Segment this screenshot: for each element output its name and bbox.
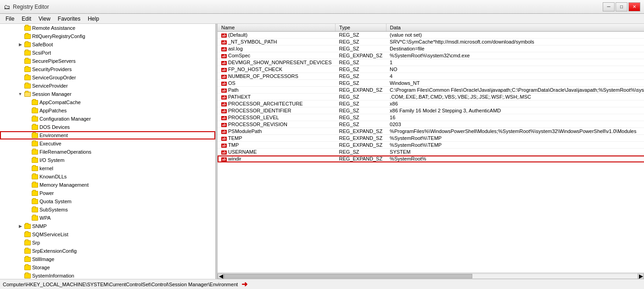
tree-toggle: [24, 99, 31, 106]
tree-item-sqmsvclist[interactable]: SQMServiceList: [0, 230, 215, 239]
table-row[interactable]: abPROCESSOR_ARCHITECTUREREG_SZx86: [218, 100, 644, 107]
folder-icon: [24, 50, 31, 56]
tree-panel[interactable]: Remote Assistance RtlQueryRegistryConfig…: [0, 24, 216, 279]
cell-type: REG_EXPAND_SZ: [336, 135, 386, 142]
tree-toggle: [17, 256, 24, 263]
tree-toggle: [24, 173, 31, 180]
menu-favorites[interactable]: Favorites: [54, 15, 84, 23]
tree-toggle-collapse[interactable]: ▼: [17, 90, 24, 98]
maximize-button[interactable]: □: [616, 2, 627, 11]
tree-item-subsystems[interactable]: SubSystems: [0, 206, 215, 214]
tree-item-securepipe[interactable]: SecurePipeServers: [0, 57, 215, 65]
h-scrollbar[interactable]: ◀ ▶: [218, 272, 644, 279]
tree-item-svcgroup[interactable]: ServiceGroupOrder: [0, 73, 215, 82]
registry-table-container[interactable]: Name Type Data ab(Default)REG_SZ(value n…: [218, 24, 644, 272]
tree-item-storage[interactable]: Storage: [0, 263, 215, 272]
cell-name: abOS: [218, 80, 336, 87]
tree-item-quota[interactable]: Quota System: [0, 197, 215, 206]
tree-item-configmgr[interactable]: Configuration Manager: [0, 115, 215, 123]
tree-item-power[interactable]: Power: [0, 189, 215, 197]
tree-item-appcompat[interactable]: AppCompatCache: [0, 98, 215, 106]
folder-icon: [24, 272, 31, 279]
tree-label: Storage: [32, 265, 50, 270]
tree-item-session-manager[interactable]: ▼ Session Manager: [0, 90, 215, 98]
cell-name: abNUMBER_OF_PROCESSORS: [218, 73, 336, 80]
tree-item-snmp[interactable]: ▶ SNMP: [0, 222, 215, 230]
tree-label: KnownDLLs: [39, 174, 67, 179]
h-scroll-thumb[interactable]: [224, 274, 472, 278]
table-row[interactable]: abNUMBER_OF_PROCESSORSREG_SZ4: [218, 73, 644, 80]
col-type: Type: [336, 24, 386, 32]
table-row[interactable]: ab_NT_SYMBOL_PATHREG_SZSRV*C:\SymCache*h…: [218, 39, 644, 45]
folder-icon: [31, 206, 39, 213]
cell-data: Windows_NT: [386, 80, 644, 87]
tree-toggle-expand[interactable]: ▶: [17, 41, 24, 48]
tree-toggle: [24, 165, 31, 172]
h-scroll-track[interactable]: [224, 273, 638, 279]
tree-item-scsiport[interactable]: ScsiPort: [0, 49, 215, 57]
table-row[interactable]: abPROCESSOR_LEVELREG_SZ16: [218, 114, 644, 121]
tree-toggle-expand[interactable]: ▶: [17, 222, 24, 230]
tree-item-filerename[interactable]: FileRenameOperations: [0, 148, 215, 156]
menu-file[interactable]: File: [2, 15, 18, 23]
tree-item-srpextconfig[interactable]: SrpExtensionConfig: [0, 247, 215, 255]
tree-item-knowndlls[interactable]: KnownDLLs: [0, 172, 215, 181]
tree-label: Environment: [39, 133, 68, 138]
scroll-left-btn[interactable]: ◀: [218, 273, 224, 279]
folder-icon: [31, 132, 39, 139]
folder-icon: [24, 58, 31, 64]
tree-item-memorymgmt[interactable]: Memory Management: [0, 181, 215, 189]
tree-item-environment[interactable]: Environment: [0, 131, 215, 139]
tree-item-sysinfo[interactable]: SystemInformation: [0, 272, 215, 279]
table-row[interactable]: abComSpecREG_EXPAND_SZ%SystemRoot%\syste…: [218, 52, 644, 59]
tree-toggle: [17, 247, 24, 255]
tree-toggle: [24, 206, 31, 213]
folder-icon: [24, 83, 31, 89]
tree-item-remote-assistance[interactable]: Remote Assistance: [0, 24, 215, 32]
table-row[interactable]: abPathREG_EXPAND_SZC:\Program Files\Comm…: [218, 87, 644, 94]
tree-item-iosystem[interactable]: I/O System: [0, 156, 215, 164]
tree-toggle: [17, 239, 24, 246]
tree-item-dosdevices[interactable]: DOS Devices: [0, 123, 215, 131]
tree-item-stillimage[interactable]: StillImage: [0, 255, 215, 263]
table-row[interactable]: abPROCESSOR_REVISIONREG_SZ0203: [218, 121, 644, 128]
table-row[interactable]: abPATHEXTREG_SZ.COM;.EXE;.BAT;.CMD;.VBS;…: [218, 94, 644, 100]
minimize-button[interactable]: ─: [603, 2, 615, 11]
tree-toggle: [17, 74, 24, 81]
cell-data: NO: [386, 66, 644, 73]
tree-toggle: [24, 181, 31, 189]
tree-item-apppatches[interactable]: AppPatches: [0, 106, 215, 115]
cell-type: REG_EXPAND_SZ: [336, 87, 386, 94]
menu-edit[interactable]: Edit: [18, 15, 35, 23]
table-row[interactable]: abPROCESSOR_IDENTIFIERREG_SZx86 Family 1…: [218, 107, 644, 114]
menu-view[interactable]: View: [35, 15, 54, 23]
tree-item-kernel[interactable]: kernel: [0, 164, 215, 172]
table-row[interactable]: abDEVMGR_SHOW_NONPRESENT_DEVICESREG_SZ1: [218, 59, 644, 66]
table-row[interactable]: abOSREG_SZWindows_NT: [218, 80, 644, 87]
scroll-right-btn[interactable]: ▶: [638, 273, 644, 279]
cell-name: abasl.log: [218, 45, 336, 52]
tree-label: Configuration Manager: [39, 116, 91, 122]
table-row[interactable]: abUSERNAMEREG_SZSYSTEM: [218, 149, 644, 156]
close-button[interactable]: ✕: [628, 2, 640, 11]
table-row[interactable]: abTEMPREG_EXPAND_SZ%SystemRoot%\TEMP: [218, 135, 644, 142]
cell-type: REG_SZ: [336, 45, 386, 52]
tree-item-srp[interactable]: Srp: [0, 239, 215, 247]
table-row[interactable]: abPSModulePathREG_EXPAND_SZ%ProgramFiles…: [218, 128, 644, 135]
table-row[interactable]: abwindirREG_EXPAND_SZ%SystemRoot%: [218, 156, 644, 162]
tree-item-safeboot[interactable]: ▶ SafeBoot: [0, 40, 215, 49]
tree-item-svcprov[interactable]: ServiceProvider: [0, 82, 215, 90]
table-row[interactable]: abasl.logREG_SZDestination=file: [218, 45, 644, 52]
tree-toggle: [24, 140, 31, 147]
tree-item-wpa[interactable]: WPA: [0, 214, 215, 222]
table-row[interactable]: abFP_NO_HOST_CHECKREG_SZNO: [218, 66, 644, 73]
table-row[interactable]: abTMPREG_EXPAND_SZ%SystemRoot%\TEMP: [218, 142, 644, 149]
cell-type: REG_SZ: [336, 107, 386, 114]
menu-help[interactable]: Help: [84, 15, 103, 23]
tree-item-secprov[interactable]: SecurityProviders: [0, 65, 215, 73]
folder-icon: [31, 116, 39, 122]
table-row[interactable]: ab(Default)REG_SZ(value not set): [218, 32, 644, 39]
tree-item-rtlquery[interactable]: RtlQueryRegistryConfig: [0, 32, 215, 40]
main-container: Remote Assistance RtlQueryRegistryConfig…: [0, 24, 644, 289]
tree-item-executive[interactable]: Executive: [0, 139, 215, 148]
